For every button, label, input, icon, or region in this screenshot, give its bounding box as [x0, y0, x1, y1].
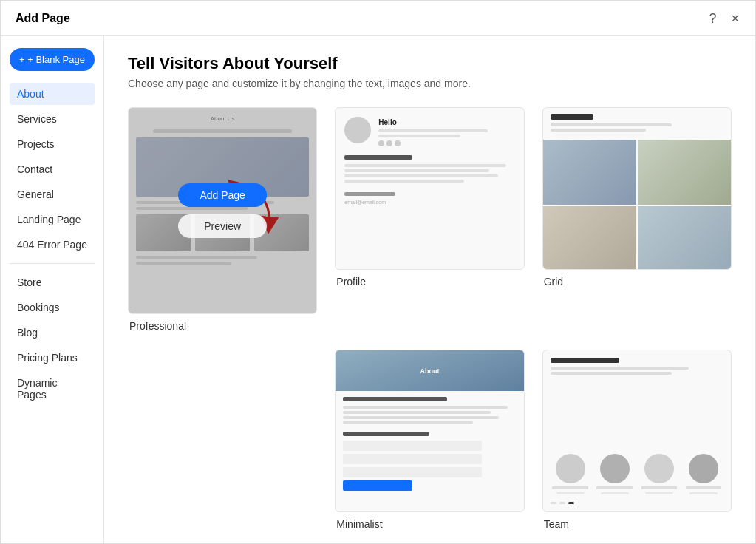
help-icon[interactable]: ?: [707, 10, 718, 27]
modal-body: + Blank Page About Services Projects Con…: [1, 36, 755, 543]
sidebar: + Blank Page About Services Projects Con…: [1, 36, 104, 543]
sidebar-item-about[interactable]: About: [10, 83, 95, 105]
sidebar-item-projects[interactable]: Projects: [10, 133, 95, 155]
modal-header: Add Page ? ×: [1, 1, 755, 36]
modal-title: Add Page: [16, 12, 70, 25]
template-label-team: Team: [542, 518, 732, 530]
add-page-button[interactable]: Add Page: [178, 183, 267, 207]
sidebar-item-contact[interactable]: Contact: [10, 158, 95, 180]
sidebar-item-blog[interactable]: Blog: [10, 322, 95, 344]
template-card-minimalist[interactable]: About: [335, 350, 524, 530]
header-icons: ? ×: [707, 10, 740, 27]
section-subtitle: Choose any page and customize it by chan…: [128, 78, 732, 89]
template-label-grid: Grid: [542, 276, 732, 288]
template-card-professional[interactable]: About Us: [128, 107, 317, 332]
profile-thumbnail: Hello: [336, 108, 523, 269]
modal-container: Add Page ? × + Blank Page About Services…: [0, 0, 756, 544]
close-icon[interactable]: ×: [729, 10, 740, 27]
blank-page-button[interactable]: + Blank Page: [10, 48, 95, 71]
template-card-team[interactable]: Add Page Preview Team: [542, 350, 732, 530]
template-label-professional: Professional: [128, 320, 317, 332]
sidebar-item-404-error-page[interactable]: 404 Error Page: [10, 234, 95, 256]
team-thumbnail: [543, 350, 731, 511]
sidebar-divider: [10, 263, 95, 264]
template-card-profile[interactable]: Hello: [335, 107, 524, 332]
grid-thumbnail: [543, 108, 731, 270]
template-card-grid[interactable]: Add Page Preview Grid: [542, 107, 732, 332]
sidebar-item-dynamic-pages[interactable]: Dynamic Pages: [10, 372, 95, 406]
sidebar-item-landing-page[interactable]: Landing Page: [10, 208, 95, 231]
template-label-profile: Profile: [335, 276, 524, 288]
main-content: Tell Visitors About Yourself Choose any …: [104, 36, 755, 543]
templates-grid: About Us: [128, 107, 732, 543]
minimalist-thumbnail: About: [336, 350, 523, 511]
sidebar-item-bookings[interactable]: Bookings: [10, 296, 95, 319]
sidebar-item-pricing-plans[interactable]: Pricing Plans: [10, 347, 95, 369]
template-overlay-professional: Add Page Preview: [129, 108, 316, 313]
template-placeholder-row2-col1: [128, 350, 317, 530]
sidebar-item-general[interactable]: General: [10, 183, 95, 205]
sidebar-item-services[interactable]: Services: [10, 108, 95, 130]
sidebar-item-store[interactable]: Store: [10, 271, 95, 293]
template-label-minimalist: Minimalist: [335, 518, 524, 530]
section-title: Tell Visitors About Yourself: [128, 54, 732, 73]
preview-button[interactable]: Preview: [178, 214, 267, 238]
